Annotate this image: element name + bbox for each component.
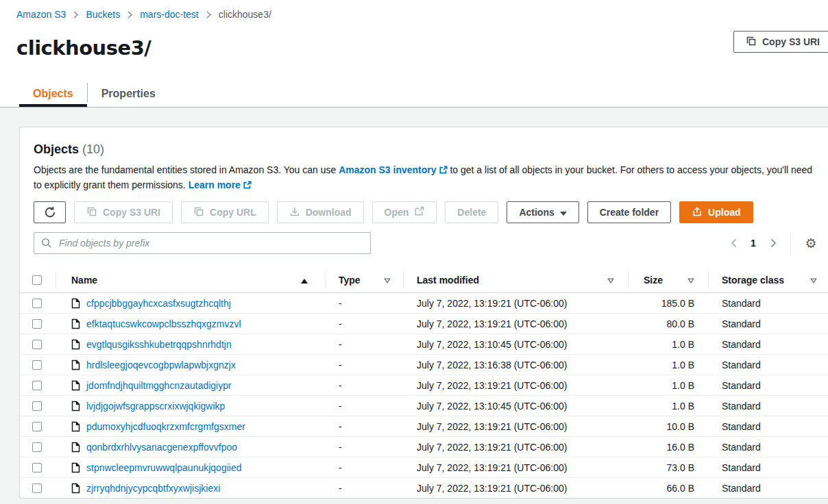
upload-button[interactable]: Upload xyxy=(679,201,753,223)
column-header-type[interactable]: Type xyxy=(325,268,403,292)
object-name-link[interactable]: evgtlqusgiksshkubetrqqpshnrhdtjn xyxy=(86,339,232,350)
column-header-storage-class[interactable]: Storage class xyxy=(708,268,828,292)
breadcrumb-bucket-name[interactable]: mars-doc-test xyxy=(140,9,199,20)
object-last-modified: July 7, 2022, 13:10:45 (UTC-06:00) xyxy=(403,334,628,354)
object-last-modified: July 7, 2022, 13:19:21 (UTC-06:00) xyxy=(403,293,628,313)
table-row: pdumoxyhjcdfuoqkrzxmfcrgmfgsxmer - July … xyxy=(20,416,828,437)
tab-bar: Objects Properties xyxy=(19,81,169,107)
row-checkbox[interactable] xyxy=(32,483,42,493)
search-input[interactable] xyxy=(34,232,371,254)
breadcrumb-buckets[interactable]: Buckets xyxy=(86,9,120,20)
row-checkbox[interactable] xyxy=(32,442,42,452)
tab-objects[interactable]: Objects xyxy=(19,81,87,107)
row-checkbox[interactable] xyxy=(32,299,42,308)
object-name-link[interactable]: pdumoxyhjcdfuoqkrzxmfcrgmfgsxmer xyxy=(86,421,245,432)
object-size: 73.0 B xyxy=(628,457,708,477)
object-last-modified: July 7, 2022, 13:19:21 (UTC-06:00) xyxy=(403,478,628,499)
breadcrumb-current: clickhouse3/ xyxy=(219,9,271,20)
row-checkbox[interactable] xyxy=(32,340,42,349)
object-last-modified: July 7, 2022, 13:10:45 (UTC-06:00) xyxy=(403,396,628,416)
object-storage-class: Standard xyxy=(708,355,828,375)
search-icon xyxy=(41,238,52,251)
open-button[interactable]: Open xyxy=(372,201,437,223)
refresh-button[interactable] xyxy=(34,201,66,223)
page-title: clickhouse3/ xyxy=(16,36,151,60)
copy-url-button[interactable]: Copy URL xyxy=(181,201,269,223)
row-checkbox[interactable] xyxy=(32,422,42,431)
object-last-modified: July 7, 2022, 13:16:38 (UTC-06:00) xyxy=(403,355,628,375)
objects-toolbar: Copy S3 URI Copy URL Download Open Delet… xyxy=(34,201,818,223)
settings-icon[interactable]: ⚙ xyxy=(804,234,818,252)
next-page-button[interactable] xyxy=(764,234,783,252)
object-type: - xyxy=(325,293,403,313)
row-checkbox[interactable] xyxy=(32,360,42,370)
object-name-link[interactable]: jdomfndjhquiltmgghcnzautadigiypr xyxy=(86,380,232,391)
copy-s3-uri-button[interactable]: Copy S3 URI xyxy=(74,201,173,223)
row-checkbox[interactable] xyxy=(32,401,42,411)
objects-count: (10) xyxy=(82,142,104,156)
object-size: 16.0 B xyxy=(628,437,708,457)
table-header: Name Type Last modified Size Storage cla… xyxy=(20,268,828,293)
inventory-link[interactable]: Amazon S3 inventory xyxy=(339,164,447,175)
chevron-right-icon xyxy=(206,11,211,18)
filter-row: 1 ⚙ xyxy=(34,232,818,254)
table-row: lvjdjgojwfsgrappscrxixwjqkigwikp - July … xyxy=(20,396,828,416)
object-storage-class: Standard xyxy=(708,478,828,499)
breadcrumb-amazon-s3[interactable]: Amazon S3 xyxy=(16,9,66,20)
caret-down-icon xyxy=(560,207,567,218)
file-icon xyxy=(71,298,80,309)
learn-more-link[interactable]: Learn more xyxy=(188,179,252,190)
object-storage-class: Standard xyxy=(708,375,828,395)
download-icon xyxy=(289,206,300,219)
table-row: hrdlsleegjoqevcogbpwlapwbjxgnzjx - July … xyxy=(20,355,828,375)
object-name-link[interactable]: cfppcjbbggayhcxcasfxsugtzhcqlthj xyxy=(86,298,231,309)
object-type: - xyxy=(325,334,403,354)
download-button[interactable]: Download xyxy=(277,201,364,223)
object-name-link[interactable]: hrdlsleegjoqevcogbpwlapwbjxgnzjx xyxy=(86,360,236,370)
row-checkbox[interactable] xyxy=(32,319,42,329)
object-storage-class: Standard xyxy=(708,437,828,457)
external-link-icon xyxy=(414,206,424,218)
object-size: 1.0 B xyxy=(628,375,708,395)
column-header-name[interactable]: Name xyxy=(56,268,325,292)
external-link-icon xyxy=(439,164,448,178)
row-checkbox[interactable] xyxy=(32,381,42,390)
create-folder-button[interactable]: Create folder xyxy=(587,201,671,223)
object-name-link[interactable]: lvjdjgojwfsgrappscrxixwjqkigwikp xyxy=(86,401,225,412)
object-type: - xyxy=(325,396,403,416)
object-size: 1.0 B xyxy=(628,334,708,354)
object-name-link[interactable]: zjrryqhdnjycypcqbtfxyxwjisjkiexi xyxy=(86,483,220,494)
table-row: evgtlqusgiksshkubetrqqpshnrhdtjn - July … xyxy=(20,334,828,355)
table-row: jdomfndjhquiltmgghcnzautadigiypr - July … xyxy=(20,375,828,396)
file-icon xyxy=(71,421,80,432)
object-type: - xyxy=(325,457,403,477)
object-size: 10.0 B xyxy=(628,416,708,436)
object-name-link[interactable]: stpnwcleepmvruwwqlpaunukjqogiied xyxy=(86,462,241,473)
copy-icon xyxy=(86,206,97,219)
actions-button[interactable]: Actions xyxy=(507,201,579,223)
delete-button[interactable]: Delete xyxy=(445,201,498,223)
current-page[interactable]: 1 xyxy=(743,238,764,249)
object-name-link[interactable]: efktaqtucswkcowpclbsszhqxgzmvzvl xyxy=(86,318,241,329)
object-last-modified: July 7, 2022, 13:19:21 (UTC-06:00) xyxy=(403,416,628,436)
select-all-checkbox[interactable] xyxy=(32,275,42,285)
table-row: cfppcjbbggayhcxcasfxsugtzhcqlthj - July … xyxy=(20,293,828,314)
column-header-last-modified[interactable]: Last modified xyxy=(403,268,628,292)
object-last-modified: July 7, 2022, 13:19:21 (UTC-06:00) xyxy=(403,457,628,477)
object-storage-class: Standard xyxy=(708,416,828,436)
file-icon xyxy=(71,483,80,494)
file-icon xyxy=(71,339,80,350)
objects-table: Name Type Last modified Size Storage cla… xyxy=(20,268,828,499)
previous-page-button[interactable] xyxy=(724,234,743,252)
object-name-link[interactable]: qonbrdxrhlvysanacgenexpffovvfpoo xyxy=(86,442,237,453)
tab-properties[interactable]: Properties xyxy=(88,81,169,107)
table-row: zjrryqhdnjycypcqbtfxyxwjisjkiexi - July … xyxy=(20,478,828,499)
sort-icon xyxy=(607,275,614,286)
object-last-modified: July 7, 2022, 13:19:21 (UTC-06:00) xyxy=(403,375,628,395)
object-type: - xyxy=(325,375,403,395)
sort-icon xyxy=(384,275,391,286)
row-checkbox[interactable] xyxy=(32,463,42,473)
file-icon xyxy=(71,380,80,391)
column-header-size[interactable]: Size xyxy=(628,268,708,292)
copy-s3-uri-button-top[interactable]: Copy S3 URI xyxy=(733,31,828,53)
